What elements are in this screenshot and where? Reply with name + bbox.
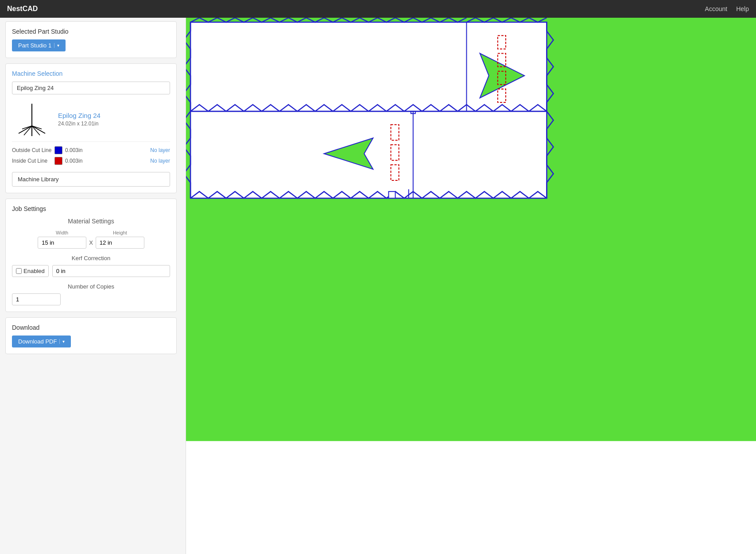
outside-cut-line-row: Outside Cut Line 0.003in No layer [12,146,170,154]
svg-rect-10 [190,111,547,198]
help-link[interactable]: Help [736,5,749,12]
inside-cut-thickness: 0.003in [65,158,87,164]
download-pdf-label: Download PDF [18,338,57,345]
inside-cut-color-swatch[interactable] [54,157,62,165]
machine-info-row: Epilog Zing 24 24.02in x 12.01in [12,99,170,142]
height-input[interactable] [96,237,144,249]
x-separator: X [89,239,93,249]
svg-rect-23 [388,191,395,198]
machine-dims: 24.02in x 12.01in [58,121,101,127]
selected-part-studio-label: Selected Part Studio [12,28,170,35]
machine-name-link[interactable]: Epilog Zing 24 [58,112,101,119]
kerf-section: Kerf Correction Enabled [12,255,170,277]
outside-cut-thickness: 0.003in [65,147,87,153]
outside-cut-color-swatch[interactable] [54,146,62,154]
nav-links: Account Help [705,5,749,12]
outside-cut-line-label: Outside Cut Line [12,147,52,153]
width-input[interactable] [38,237,86,249]
canvas-area[interactable] [186,18,756,554]
copies-input[interactable] [12,293,61,305]
kerf-enabled-checkbox[interactable] [16,268,22,274]
machine-details: Epilog Zing 24 24.02in x 12.01in [58,112,101,127]
copies-section: Number of Copies [12,283,170,305]
download-card: Download Download PDF ▾ [5,317,177,354]
kerf-row: Enabled [12,265,170,277]
main-layout: Selected Part Studio Part Studio 1 ▾ Mac… [0,18,756,554]
job-settings-title: Job Settings [12,205,170,212]
machine-selection-title: Machine Selection [12,70,170,77]
outside-cut-layer: No layer [150,147,170,153]
sidebar: Selected Part Studio Part Studio 1 ▾ Mac… [0,18,186,554]
download-dropdown-arrow: ▾ [59,339,65,344]
dimensions-row: Width X Height [12,230,170,249]
svg-line-2 [32,126,45,133]
part-studio-dropdown-value: Part Studio 1 [18,42,51,49]
account-link[interactable]: Account [705,5,728,12]
part-studio-dropdown-arrow: ▾ [54,43,59,48]
machine-selection-card: Machine Selection Epilog Zing 24 [5,63,177,193]
inside-cut-line-label: Inside Cut Line [12,158,52,164]
inside-cut-layer: No layer [150,158,170,164]
kerf-value-input[interactable] [52,265,170,277]
part-studio-dropdown-btn[interactable]: Part Studio 1 ▾ [12,39,66,51]
height-group: Height [96,230,144,249]
app-brand: NestCAD [7,5,38,13]
machine-icon-area [12,101,52,137]
svg-line-1 [19,126,32,133]
machine-select-box[interactable]: Epilog Zing 24 [12,82,170,94]
kerf-correction-title: Kerf Correction [12,255,170,261]
kerf-enabled-text: Enabled [23,268,45,274]
material-settings-title: Material Settings [12,218,170,225]
top-navigation: NestCAD Account Help [0,0,756,18]
width-group: Width [38,230,86,249]
copies-label: Number of Copies [12,283,170,290]
selected-part-studio-card: Selected Part Studio Part Studio 1 ▾ [5,21,177,58]
job-settings-card: Job Settings Material Settings Width X H… [5,199,177,312]
width-label: Width [38,230,86,235]
kerf-enabled-label[interactable]: Enabled [12,265,49,277]
inside-cut-line-row: Inside Cut Line 0.003in No layer [12,157,170,165]
height-label: Height [96,230,144,235]
machine-library-button[interactable]: Machine Library [12,172,170,187]
download-pdf-button[interactable]: Download PDF ▾ [12,336,71,347]
nest-canvas [186,18,756,554]
download-title: Download [12,324,170,331]
machine-icon [14,101,50,137]
